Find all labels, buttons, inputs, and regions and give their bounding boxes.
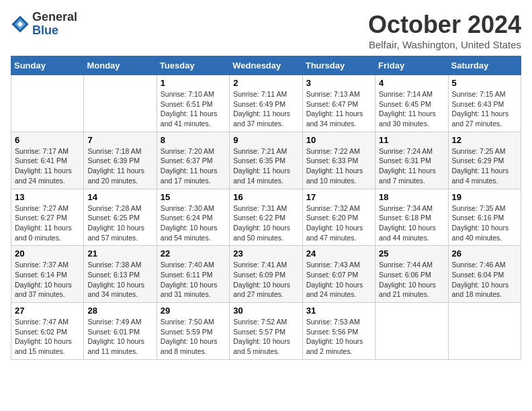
day-cell: 24Sunrise: 7:43 AMSunset: 6:07 PMDayligh… xyxy=(302,246,375,303)
logo-blue: Blue xyxy=(32,24,77,38)
day-number: 23 xyxy=(233,248,298,259)
day-number: 11 xyxy=(379,135,444,145)
day-number: 3 xyxy=(306,78,371,88)
day-cell: 10Sunrise: 7:22 AMSunset: 6:33 PMDayligh… xyxy=(302,132,375,189)
day-detail: Sunrise: 7:34 AMSunset: 6:18 PMDaylight:… xyxy=(379,203,444,243)
day-cell: 8Sunrise: 7:20 AMSunset: 6:37 PMDaylight… xyxy=(157,132,229,189)
day-detail: Sunrise: 7:38 AMSunset: 6:13 PMDaylight:… xyxy=(87,260,152,300)
day-number: 27 xyxy=(15,306,80,316)
day-cell: 12Sunrise: 7:25 AMSunset: 6:29 PMDayligh… xyxy=(448,132,521,189)
day-number: 31 xyxy=(306,306,371,316)
logo-general: General xyxy=(32,11,77,24)
day-number: 24 xyxy=(306,248,371,259)
day-detail: Sunrise: 7:30 AMSunset: 6:24 PMDaylight:… xyxy=(161,203,226,243)
day-cell: 27Sunrise: 7:47 AMSunset: 6:02 PMDayligh… xyxy=(11,303,84,360)
day-detail: Sunrise: 7:41 AMSunset: 6:09 PMDaylight:… xyxy=(233,260,298,300)
day-detail: Sunrise: 7:37 AMSunset: 6:14 PMDaylight:… xyxy=(15,260,80,300)
header-row: SundayMondayTuesdayWednesdayThursdayFrid… xyxy=(11,56,521,75)
header-wednesday: Wednesday xyxy=(230,56,302,75)
day-cell: 9Sunrise: 7:21 AMSunset: 6:35 PMDaylight… xyxy=(230,132,302,189)
day-number: 14 xyxy=(87,192,152,202)
day-cell: 28Sunrise: 7:49 AMSunset: 6:01 PMDayligh… xyxy=(84,303,157,360)
logo: General Blue xyxy=(11,11,77,38)
day-detail: Sunrise: 7:52 AMSunset: 5:57 PMDaylight:… xyxy=(233,317,298,357)
day-number: 8 xyxy=(161,135,226,145)
day-detail: Sunrise: 7:11 AMSunset: 6:49 PMDaylight:… xyxy=(233,89,298,129)
day-number: 6 xyxy=(15,135,80,145)
day-number: 13 xyxy=(15,192,80,202)
day-cell: 14Sunrise: 7:28 AMSunset: 6:25 PMDayligh… xyxy=(84,189,157,246)
header-friday: Friday xyxy=(375,56,448,75)
day-number: 17 xyxy=(306,192,371,202)
day-cell: 7Sunrise: 7:18 AMSunset: 6:39 PMDaylight… xyxy=(84,132,157,189)
day-detail: Sunrise: 7:40 AMSunset: 6:11 PMDaylight:… xyxy=(161,260,226,300)
day-cell: 5Sunrise: 7:15 AMSunset: 6:43 PMDaylight… xyxy=(448,75,521,132)
week-row-0: 1Sunrise: 7:10 AMSunset: 6:51 PMDaylight… xyxy=(11,75,521,132)
day-detail: Sunrise: 7:18 AMSunset: 6:39 PMDaylight:… xyxy=(87,146,152,186)
day-number: 12 xyxy=(452,135,517,145)
week-row-2: 13Sunrise: 7:27 AMSunset: 6:27 PMDayligh… xyxy=(11,189,521,246)
day-detail: Sunrise: 7:43 AMSunset: 6:07 PMDaylight:… xyxy=(306,260,371,300)
day-detail: Sunrise: 7:20 AMSunset: 6:37 PMDaylight:… xyxy=(161,146,226,186)
day-number: 4 xyxy=(379,78,444,88)
day-number: 10 xyxy=(306,135,371,145)
day-detail: Sunrise: 7:44 AMSunset: 6:06 PMDaylight:… xyxy=(379,260,444,300)
day-number: 25 xyxy=(379,248,444,259)
logo-icon xyxy=(11,15,30,34)
month-title: October 2024 xyxy=(368,11,521,39)
day-detail: Sunrise: 7:53 AMSunset: 5:56 PMDaylight:… xyxy=(306,317,371,357)
day-number: 18 xyxy=(379,192,444,202)
location: Belfair, Washington, United States xyxy=(368,39,521,50)
day-cell: 17Sunrise: 7:32 AMSunset: 6:20 PMDayligh… xyxy=(302,189,375,246)
logo-text: General Blue xyxy=(32,11,77,38)
day-detail: Sunrise: 7:46 AMSunset: 6:04 PMDaylight:… xyxy=(452,260,517,300)
day-detail: Sunrise: 7:10 AMSunset: 6:51 PMDaylight:… xyxy=(161,89,226,129)
day-cell: 3Sunrise: 7:13 AMSunset: 6:47 PMDaylight… xyxy=(302,75,375,132)
day-detail: Sunrise: 7:47 AMSunset: 6:02 PMDaylight:… xyxy=(15,317,80,357)
page-header: General Blue October 2024 Belfair, Washi… xyxy=(11,11,521,50)
day-detail: Sunrise: 7:50 AMSunset: 5:59 PMDaylight:… xyxy=(161,317,226,357)
day-cell: 19Sunrise: 7:35 AMSunset: 6:16 PMDayligh… xyxy=(448,189,521,246)
day-detail: Sunrise: 7:31 AMSunset: 6:22 PMDaylight:… xyxy=(233,203,298,243)
day-number: 21 xyxy=(87,248,152,259)
day-cell: 22Sunrise: 7:40 AMSunset: 6:11 PMDayligh… xyxy=(157,246,229,303)
day-cell xyxy=(84,75,157,132)
day-cell xyxy=(375,303,448,360)
header-saturday: Saturday xyxy=(448,56,521,75)
calendar-table: SundayMondayTuesdayWednesdayThursdayFrid… xyxy=(11,56,521,360)
day-number: 1 xyxy=(161,78,226,88)
day-number: 2 xyxy=(233,78,298,88)
day-number: 30 xyxy=(233,306,298,316)
day-detail: Sunrise: 7:21 AMSunset: 6:35 PMDaylight:… xyxy=(233,146,298,186)
day-cell: 4Sunrise: 7:14 AMSunset: 6:45 PMDaylight… xyxy=(375,75,448,132)
day-detail: Sunrise: 7:35 AMSunset: 6:16 PMDaylight:… xyxy=(452,203,517,243)
day-number: 7 xyxy=(87,135,152,145)
week-row-4: 27Sunrise: 7:47 AMSunset: 6:02 PMDayligh… xyxy=(11,303,521,360)
day-detail: Sunrise: 7:32 AMSunset: 6:20 PMDaylight:… xyxy=(306,203,371,243)
day-cell: 16Sunrise: 7:31 AMSunset: 6:22 PMDayligh… xyxy=(230,189,302,246)
day-cell: 15Sunrise: 7:30 AMSunset: 6:24 PMDayligh… xyxy=(157,189,229,246)
day-number: 15 xyxy=(161,192,226,202)
header-thursday: Thursday xyxy=(302,56,375,75)
day-cell: 26Sunrise: 7:46 AMSunset: 6:04 PMDayligh… xyxy=(448,246,521,303)
day-detail: Sunrise: 7:25 AMSunset: 6:29 PMDaylight:… xyxy=(452,146,517,186)
week-row-3: 20Sunrise: 7:37 AMSunset: 6:14 PMDayligh… xyxy=(11,246,521,303)
day-cell: 2Sunrise: 7:11 AMSunset: 6:49 PMDaylight… xyxy=(230,75,302,132)
day-cell: 6Sunrise: 7:17 AMSunset: 6:41 PMDaylight… xyxy=(11,132,84,189)
day-cell xyxy=(11,75,84,132)
day-detail: Sunrise: 7:28 AMSunset: 6:25 PMDaylight:… xyxy=(87,203,152,243)
day-number: 26 xyxy=(452,248,517,259)
header-monday: Monday xyxy=(84,56,157,75)
day-number: 5 xyxy=(452,78,517,88)
day-cell: 31Sunrise: 7:53 AMSunset: 5:56 PMDayligh… xyxy=(302,303,375,360)
day-cell: 18Sunrise: 7:34 AMSunset: 6:18 PMDayligh… xyxy=(375,189,448,246)
day-detail: Sunrise: 7:14 AMSunset: 6:45 PMDaylight:… xyxy=(379,89,444,129)
day-number: 29 xyxy=(161,306,226,316)
header-tuesday: Tuesday xyxy=(157,56,229,75)
day-detail: Sunrise: 7:49 AMSunset: 6:01 PMDaylight:… xyxy=(87,317,152,357)
day-cell: 25Sunrise: 7:44 AMSunset: 6:06 PMDayligh… xyxy=(375,246,448,303)
day-cell: 1Sunrise: 7:10 AMSunset: 6:51 PMDaylight… xyxy=(157,75,229,132)
week-row-1: 6Sunrise: 7:17 AMSunset: 6:41 PMDaylight… xyxy=(11,132,521,189)
header-sunday: Sunday xyxy=(11,56,84,75)
day-cell: 13Sunrise: 7:27 AMSunset: 6:27 PMDayligh… xyxy=(11,189,84,246)
